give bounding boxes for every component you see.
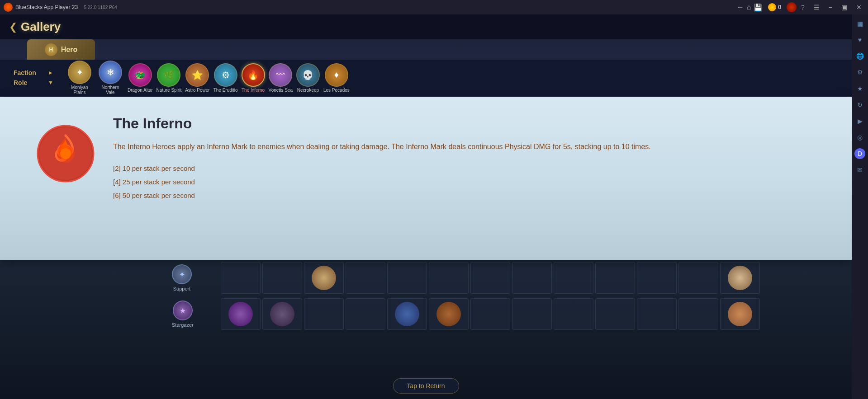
hero-cell[interactable] xyxy=(512,262,552,294)
tap-to-return-button[interactable]: Tap to Return xyxy=(393,378,459,394)
home-nav-icon[interactable]: ⌂ xyxy=(747,3,751,11)
save-nav-icon[interactable]: 💾 xyxy=(754,3,763,12)
stargazer-section: ★ Stargazer xyxy=(0,296,852,332)
hero-cell[interactable] xyxy=(595,298,635,330)
hero-cell[interactable] xyxy=(470,262,510,294)
faction-eruditio[interactable]: ⚙ The Eruditio xyxy=(213,63,238,93)
hero-cell[interactable] xyxy=(221,298,261,330)
faction-vonetis[interactable]: 〰 Vonetis Sea xyxy=(269,63,293,93)
sidebar-icon-7[interactable]: ▶ xyxy=(854,116,865,127)
sidebar-icon-3[interactable]: 🌐 xyxy=(854,51,865,61)
sidebar-icon-2[interactable]: ♥ xyxy=(854,34,865,45)
faction-icons-row: ✦ Moniyan Plains ❄ Northern Vale 🐲 Drago… xyxy=(66,61,838,95)
hero-cell[interactable] xyxy=(512,298,552,330)
support-role-icon: ✦ xyxy=(172,264,192,284)
hero-cell[interactable] xyxy=(637,298,677,330)
hero-cell[interactable] xyxy=(470,298,510,330)
hero-cell[interactable] xyxy=(346,298,385,330)
stargazer-role-icon: ★ xyxy=(173,300,193,320)
hero-cell[interactable] xyxy=(554,262,593,294)
restore-btn[interactable]: ▣ xyxy=(839,3,850,12)
hero-avatar xyxy=(728,266,752,290)
sidebar-icon-6[interactable]: ↻ xyxy=(854,99,865,110)
faction-arrow-icon[interactable]: ► xyxy=(48,70,53,76)
faction-inferno[interactable]: 🔥 The Inferno xyxy=(242,63,265,93)
faction-moniyan-icon: ✦ xyxy=(68,61,91,84)
discord-icon[interactable]: D xyxy=(854,148,865,159)
hero-cell[interactable] xyxy=(720,262,760,294)
minimize-btn[interactable]: − xyxy=(826,3,835,12)
hero-cell[interactable] xyxy=(304,262,344,294)
sidebar-icon-4[interactable]: ⚙ xyxy=(854,67,865,78)
hero-cell[interactable] xyxy=(720,298,760,330)
faction-necro-label: Necrokeep xyxy=(297,88,319,93)
close-btn[interactable]: ✕ xyxy=(854,3,864,12)
support-hero-row xyxy=(217,260,852,296)
inferno-title: The Inferno xyxy=(113,115,816,132)
hero-avatar xyxy=(228,302,253,326)
faction-northern[interactable]: ❄ Northern Vale xyxy=(97,61,124,95)
faction-moniyan[interactable]: ✦ Moniyan Plains xyxy=(66,61,93,95)
support-role-label[interactable]: ✦ Support xyxy=(172,264,192,291)
right-sidebar: ▦ ♥ 🌐 ⚙ ★ ↻ ▶ ◎ D ✉ xyxy=(852,14,868,399)
app-icon xyxy=(4,3,13,12)
hero-cell[interactable] xyxy=(387,262,427,294)
hero-cell[interactable] xyxy=(429,262,469,294)
question-btn[interactable]: ? xyxy=(798,3,807,12)
hero-cell[interactable] xyxy=(387,298,427,330)
inferno-stat2: [4] 25 per stack per second xyxy=(113,175,816,189)
info-text-area: The Inferno The Inferno Heroes apply an … xyxy=(113,115,816,202)
faction-astro[interactable]: ⭐ Astro Power xyxy=(185,63,209,93)
hero-tab[interactable]: H Hero xyxy=(27,39,95,60)
faction-vonetis-label: Vonetis Sea xyxy=(269,88,293,93)
faction-eruditio-label: The Eruditio xyxy=(213,88,238,93)
coin-icon xyxy=(768,3,776,11)
sidebar-icon-9[interactable]: ✉ xyxy=(854,164,865,175)
hero-cell[interactable] xyxy=(595,262,635,294)
hero-cell[interactable] xyxy=(554,298,593,330)
faction-lospeca-label: Los Pecados xyxy=(323,88,350,93)
inferno-stats: [2] 10 per stack per second [4] 25 per s… xyxy=(113,162,816,202)
back-button[interactable]: ❮ Gallery xyxy=(9,20,61,34)
hero-cell[interactable] xyxy=(304,298,344,330)
gallery-title: Gallery xyxy=(21,20,61,34)
sidebar-icon-5[interactable]: ★ xyxy=(854,83,865,94)
faction-necro[interactable]: 💀 Necrokeep xyxy=(296,63,320,93)
faction-nature-label: Nature Spirit xyxy=(157,88,182,93)
inferno-info-overlay: The Inferno The Inferno Heroes apply an … xyxy=(0,97,852,260)
sidebar-icon-8[interactable]: ◎ xyxy=(854,132,865,143)
title-bar: BlueStacks App Player 23 5.22.0.1102 P64… xyxy=(0,0,868,14)
sidebar-icon-1[interactable]: ▦ xyxy=(854,18,865,29)
stargazer-label: Stargazer xyxy=(172,322,194,328)
hero-tab-label: Hero xyxy=(61,46,77,54)
coin-area: 0 xyxy=(768,3,781,11)
user-avatar[interactable] xyxy=(787,2,797,12)
stargazer-hero-row xyxy=(217,296,852,332)
hero-tab-icon: H xyxy=(45,43,57,56)
faction-lospeca[interactable]: ♦ Los Pecados xyxy=(323,63,350,93)
faction-vonetis-icon: 〰 xyxy=(269,63,292,87)
menu-btn[interactable]: ☰ xyxy=(811,3,822,12)
faction-lospeca-icon: ♦ xyxy=(325,63,348,87)
back-nav-icon[interactable]: ← xyxy=(737,3,744,11)
hero-cell[interactable] xyxy=(262,298,302,330)
hero-cell[interactable] xyxy=(678,298,718,330)
hero-cell[interactable] xyxy=(429,298,469,330)
hero-cell[interactable] xyxy=(678,262,718,294)
faction-nature[interactable]: 🌿 Nature Spirit xyxy=(157,63,182,93)
faction-northern-label: Northern Vale xyxy=(97,85,124,95)
role-arrow-icon[interactable]: ▼ xyxy=(48,80,53,86)
hero-cell[interactable] xyxy=(262,262,302,294)
inferno-stat1: [2] 10 per stack per second xyxy=(113,162,816,175)
hero-cell[interactable] xyxy=(637,262,677,294)
faction-moniyan-label: Moniyan Plains xyxy=(66,85,93,95)
faction-dragon[interactable]: 🐲 Dragon Altar xyxy=(128,63,153,93)
hero-cell[interactable] xyxy=(346,262,385,294)
faction-necro-icon: 💀 xyxy=(296,63,320,87)
game-area: ❮ Gallery H Hero Faction ► Role ▼ ✦ Moni… xyxy=(0,14,852,399)
stargazer-role-label[interactable]: ★ Stargazer xyxy=(172,300,194,328)
back-chevron-icon: ❮ xyxy=(9,21,17,33)
hero-cell[interactable] xyxy=(221,262,261,294)
faction-inferno-label: The Inferno xyxy=(242,88,265,93)
faction-astro-label: Astro Power xyxy=(185,88,209,93)
